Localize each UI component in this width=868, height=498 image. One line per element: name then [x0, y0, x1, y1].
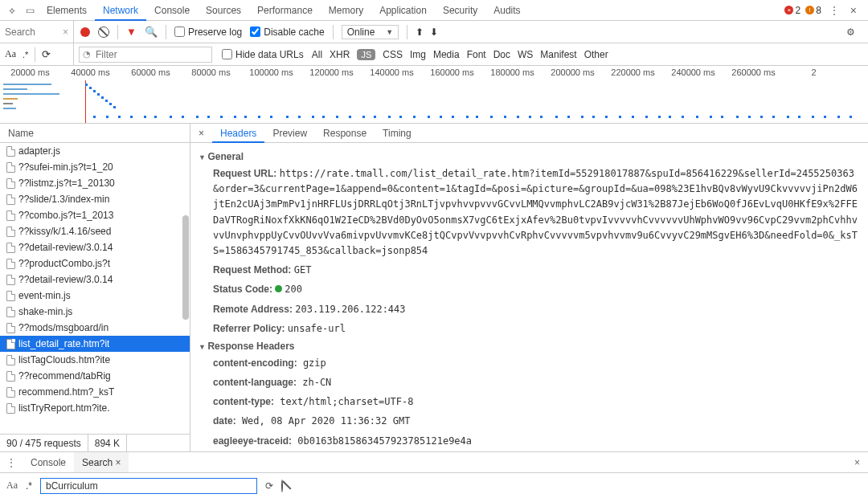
request-row[interactable]: listTryReport.htm?ite. — [0, 400, 190, 416]
detail-tab-timing[interactable]: Timing — [375, 124, 420, 143]
tab-network[interactable]: Network — [95, 0, 146, 21]
tab-memory[interactable]: Memory — [321, 0, 371, 21]
drawer-clear-icon[interactable] — [281, 480, 283, 492]
refresh-search-icon[interactable]: ⟳ — [42, 48, 51, 60]
file-icon — [6, 403, 15, 414]
close-drawer-icon[interactable]: × — [854, 457, 868, 468]
throttling-select[interactable]: Online▼ — [342, 25, 399, 39]
tab-elements[interactable]: Elements — [39, 0, 95, 21]
tab-audits[interactable]: Audits — [485, 0, 528, 21]
request-row[interactable]: ??kissy/k/1.4.16/seed — [0, 223, 190, 239]
clear-icon[interactable] — [98, 27, 109, 38]
type-xhr[interactable]: XHR — [330, 49, 350, 60]
tab-console[interactable]: Console — [146, 0, 198, 21]
status-code-value: 200 — [285, 284, 302, 295]
file-icon — [6, 227, 15, 237]
hide-data-urls-checkbox[interactable]: Hide data URLs — [222, 49, 304, 60]
request-row[interactable]: ??detail-review/3.0.14 — [0, 271, 190, 288]
type-manifest[interactable]: Manifest — [540, 49, 576, 60]
drawer-match-case-icon[interactable]: Aa — [6, 480, 18, 492]
column-header-name[interactable]: Name — [0, 124, 190, 143]
request-row[interactable]: ??combo.js?t=1_2013 — [0, 207, 190, 223]
tab-performance[interactable]: Performance — [249, 0, 321, 21]
request-method-value: GET — [294, 264, 312, 276]
detail-tab-preview[interactable]: Preview — [264, 124, 315, 143]
referrer-policy-value: unsafe-url — [288, 323, 346, 334]
type-img[interactable]: Img — [410, 49, 426, 60]
filter-icon[interactable]: ▼ — [126, 26, 137, 38]
type-font[interactable]: Font — [467, 49, 486, 60]
disable-cache-checkbox[interactable]: Disable cache — [250, 27, 324, 38]
preserve-log-checkbox[interactable]: Preserve log — [174, 27, 242, 38]
request-row[interactable]: event-min.js — [0, 288, 190, 304]
file-icon — [6, 178, 15, 189]
request-row[interactable]: adapter.js — [0, 143, 190, 159]
detail-tab-headers[interactable]: Headers — [212, 124, 264, 143]
drawer-more-icon[interactable]: ⋮ — [0, 457, 23, 468]
close-devtools-icon[interactable]: × — [847, 4, 860, 17]
device-icon[interactable]: ▭ — [21, 5, 39, 16]
type-all[interactable]: All — [312, 49, 322, 60]
file-icon — [6, 323, 15, 333]
scrollbar[interactable] — [182, 143, 190, 434]
drawer-tab-search[interactable]: Search × — [74, 452, 129, 473]
filter-input[interactable] — [91, 49, 211, 60]
request-row[interactable]: ??detail-review/3.0.14 — [0, 239, 190, 255]
request-row[interactable]: ??sufei-min.js?t=1_20 — [0, 159, 190, 175]
regex-icon[interactable]: .* — [23, 50, 28, 59]
file-icon — [6, 371, 15, 382]
status-ok-icon — [275, 285, 282, 292]
tab-security[interactable]: Security — [435, 0, 485, 21]
download-har-icon[interactable]: ⬇ — [430, 27, 438, 38]
transfer-size: 894 K — [88, 435, 127, 451]
request-row[interactable]: recommend.htm?_ksT — [0, 384, 190, 400]
error-count[interactable]: ×2 — [784, 5, 800, 16]
request-row[interactable]: ??mods/msgboard/in — [0, 320, 190, 336]
inspect-icon[interactable]: ⟡ — [3, 5, 21, 16]
type-other[interactable]: Other — [584, 49, 608, 60]
more-icon[interactable]: ⋮ — [826, 5, 842, 16]
section-general[interactable]: General — [199, 151, 860, 162]
record-icon[interactable] — [80, 27, 90, 37]
request-row[interactable]: ??recommend/tabRig — [0, 368, 190, 384]
request-row[interactable]: listTagClouds.htm?ite — [0, 352, 190, 368]
file-icon — [6, 275, 15, 285]
section-response-headers[interactable]: Response Headers — [199, 341, 860, 352]
filter-info-icon: ◔ — [83, 49, 91, 59]
clear-search-icon[interactable]: × — [58, 27, 73, 38]
request-row[interactable]: shake-min.js — [0, 304, 190, 320]
upload-har-icon[interactable]: ⬆ — [416, 27, 424, 38]
type-media[interactable]: Media — [433, 49, 460, 60]
file-icon — [6, 243, 15, 253]
type-js[interactable]: JS — [357, 49, 375, 60]
detail-tab-response[interactable]: Response — [315, 124, 375, 143]
file-icon — [6, 162, 15, 173]
drawer-search-input[interactable] — [40, 478, 257, 494]
request-row[interactable]: list_detail_rate.htm?it — [0, 336, 190, 352]
drawer-refresh-icon[interactable]: ⟳ — [265, 480, 273, 492]
file-icon — [6, 291, 15, 301]
file-icon — [6, 210, 15, 221]
search-icon[interactable]: 🔍 — [145, 26, 158, 38]
drawer-regex-icon[interactable]: .* — [26, 480, 32, 492]
settings-icon[interactable]: ⚙ — [846, 27, 862, 38]
request-row[interactable]: ??productCombo.js?t — [0, 255, 190, 271]
request-url-value: https://rate.tmall.com/list_detail_rate.… — [213, 168, 858, 256]
request-row[interactable]: ??slide/1.3/index-min — [0, 191, 190, 207]
type-css[interactable]: CSS — [383, 49, 403, 60]
close-detail-icon[interactable]: × — [190, 128, 212, 139]
drawer-tab-console[interactable]: Console — [23, 452, 74, 473]
match-case-icon[interactable]: Aa — [5, 48, 16, 60]
type-ws[interactable]: WS — [518, 49, 533, 60]
panel-search-input[interactable] — [5, 27, 58, 38]
tab-application[interactable]: Application — [371, 0, 435, 21]
file-icon — [6, 146, 15, 157]
timeline-overview[interactable]: 20000 ms40000 ms60000 ms80000 ms100000 m… — [0, 66, 868, 124]
file-icon — [6, 194, 15, 205]
file-icon — [6, 387, 15, 398]
type-doc[interactable]: Doc — [493, 49, 510, 60]
tab-sources[interactable]: Sources — [198, 0, 249, 21]
warning-count[interactable]: !8 — [805, 5, 821, 16]
request-row[interactable]: ??listmz.js?t=1_20130 — [0, 175, 190, 191]
remote-address-value: 203.119.206.122:443 — [295, 304, 405, 315]
